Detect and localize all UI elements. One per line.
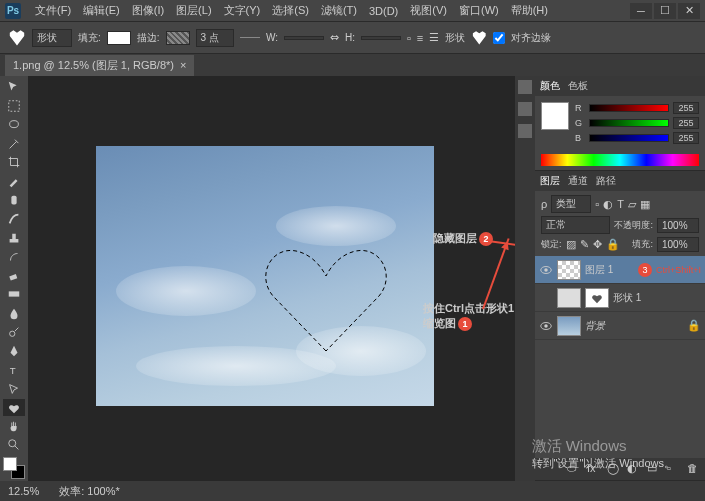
color-swatches[interactable] xyxy=(3,457,25,479)
fill-opacity-value[interactable]: 100% xyxy=(657,237,699,252)
zoom-tool[interactable] xyxy=(3,436,25,454)
b-value[interactable]: 255 xyxy=(673,132,699,144)
layers-tab[interactable]: 图层 xyxy=(540,174,560,188)
menu-view[interactable]: 视图(V) xyxy=(404,3,453,18)
stamp-tool[interactable] xyxy=(3,229,25,247)
filter-shape-icon[interactable]: ▱ xyxy=(628,198,636,211)
doc-info[interactable]: 效率: 100%* xyxy=(59,484,120,499)
b-slider[interactable] xyxy=(589,134,669,142)
status-bar: 12.5% 效率: 100%* xyxy=(0,481,705,501)
menu-select[interactable]: 选择(S) xyxy=(266,3,315,18)
filter-smart-icon[interactable]: ▦ xyxy=(640,198,650,211)
menu-filter[interactable]: 滤镜(T) xyxy=(315,3,363,18)
menu-layer[interactable]: 图层(L) xyxy=(170,3,217,18)
dock-icon-2[interactable] xyxy=(518,102,532,116)
lock-trans-icon[interactable]: ▨ xyxy=(566,238,576,251)
blend-mode[interactable]: 正常 xyxy=(541,216,610,234)
lock-pos-icon[interactable]: ✥ xyxy=(593,238,602,251)
layer-name-2[interactable]: 形状 1 xyxy=(613,291,641,305)
path-select-tool[interactable] xyxy=(3,380,25,398)
menu-window[interactable]: 窗口(W) xyxy=(453,3,505,18)
menu-edit[interactable]: 编辑(E) xyxy=(77,3,126,18)
menu-3d[interactable]: 3D(D) xyxy=(363,5,404,17)
canvas-area[interactable]: 隐藏图层2 按住Ctrl点击形状1缩览图1 xyxy=(28,76,515,481)
lock-all-icon[interactable]: 🔒 xyxy=(606,238,620,251)
type-tool[interactable]: T xyxy=(3,361,25,379)
height-input[interactable] xyxy=(361,36,401,40)
stroke-style[interactable] xyxy=(240,37,260,38)
brush-tool[interactable] xyxy=(3,210,25,228)
layer-thumb-bg[interactable] xyxy=(557,316,581,336)
menu-help[interactable]: 帮助(H) xyxy=(505,3,554,18)
link-wh-icon[interactable]: ⇔ xyxy=(330,31,339,44)
swatches-tab[interactable]: 色板 xyxy=(568,79,588,93)
visibility-icon[interactable] xyxy=(539,319,553,333)
layer-thumb-1[interactable] xyxy=(557,260,581,280)
eraser-tool[interactable] xyxy=(3,267,25,285)
marquee-tool[interactable] xyxy=(3,97,25,115)
menu-type[interactable]: 文字(Y) xyxy=(218,3,267,18)
width-input[interactable] xyxy=(284,36,324,40)
path-ops-icon[interactable]: ▫ xyxy=(407,32,411,44)
r-slider[interactable] xyxy=(589,104,669,112)
g-slider[interactable] xyxy=(589,119,669,127)
window-maximize[interactable]: ☐ xyxy=(654,3,676,19)
filter-type-icon[interactable]: T xyxy=(617,198,624,210)
gradient-tool[interactable] xyxy=(3,285,25,303)
window-close[interactable]: ✕ xyxy=(678,3,700,19)
shape-tool[interactable] xyxy=(3,399,25,417)
visibility-icon[interactable] xyxy=(539,263,553,277)
stroke-width[interactable]: 3 点 xyxy=(196,29,234,47)
zoom-level[interactable]: 12.5% xyxy=(8,485,39,497)
wand-tool[interactable] xyxy=(3,135,25,153)
layer-thumb-2[interactable] xyxy=(557,288,581,308)
w-label: W: xyxy=(266,32,278,43)
eyedropper-tool[interactable] xyxy=(3,172,25,190)
heal-tool[interactable] xyxy=(3,191,25,209)
g-value[interactable]: 255 xyxy=(673,117,699,129)
delete-layer-icon[interactable]: 🗑 xyxy=(687,462,701,476)
paths-tab[interactable]: 路径 xyxy=(596,174,616,188)
hand-tool[interactable] xyxy=(3,417,25,435)
window-minimize[interactable]: ─ xyxy=(630,3,652,19)
fill-swatch[interactable] xyxy=(107,31,131,45)
custom-shape-icon[interactable] xyxy=(8,30,26,46)
layer-name-1[interactable]: 图层 1 xyxy=(585,263,613,277)
history-brush-tool[interactable] xyxy=(3,248,25,266)
filter-adj-icon[interactable]: ◐ xyxy=(603,198,613,211)
channels-tab[interactable]: 通道 xyxy=(568,174,588,188)
tab-close-icon[interactable]: × xyxy=(180,59,186,71)
dock-icon-1[interactable] xyxy=(518,80,532,94)
opacity-value[interactable]: 100% xyxy=(657,218,699,233)
align-edges-checkbox[interactable] xyxy=(493,32,505,44)
move-tool[interactable] xyxy=(3,78,25,96)
spectrum-picker[interactable] xyxy=(541,154,699,166)
align-icon[interactable]: ≡ xyxy=(417,32,423,44)
filter-img-icon[interactable]: ▫ xyxy=(595,198,599,210)
stroke-swatch[interactable] xyxy=(166,31,190,45)
layer-row-1[interactable]: 图层 1 3 Ctrl+Shift+I xyxy=(535,256,705,284)
menu-file[interactable]: 文件(F) xyxy=(29,3,77,18)
arrange-icon[interactable]: ☰ xyxy=(429,31,439,44)
layer-row-bg[interactable]: 背景 🔒 xyxy=(535,312,705,340)
lasso-tool[interactable] xyxy=(3,116,25,134)
document-canvas[interactable] xyxy=(96,146,434,406)
layer-name-bg[interactable]: 背景 xyxy=(585,319,605,333)
color-tab[interactable]: 颜色 xyxy=(540,79,560,93)
blur-tool[interactable] xyxy=(3,304,25,322)
dodge-tool[interactable] xyxy=(3,323,25,341)
lock-paint-icon[interactable]: ✎ xyxy=(580,238,589,251)
dock-icon-3[interactable] xyxy=(518,124,532,138)
document-tab[interactable]: 1.png @ 12.5% (图层 1, RGB/8*) × xyxy=(5,55,194,76)
shape-picker[interactable] xyxy=(471,31,487,45)
tool-mode-select[interactable]: 形状 xyxy=(32,29,72,47)
color-preview[interactable] xyxy=(541,102,569,130)
crop-tool[interactable] xyxy=(3,153,25,171)
visibility-toggle-off[interactable] xyxy=(539,291,553,305)
r-value[interactable]: 255 xyxy=(673,102,699,114)
menu-image[interactable]: 图像(I) xyxy=(126,3,170,18)
pen-tool[interactable] xyxy=(3,342,25,360)
layer-row-2[interactable]: 形状 1 xyxy=(535,284,705,312)
filter-kind[interactable]: 类型 xyxy=(551,195,591,213)
layer-mask-2[interactable] xyxy=(585,288,609,308)
